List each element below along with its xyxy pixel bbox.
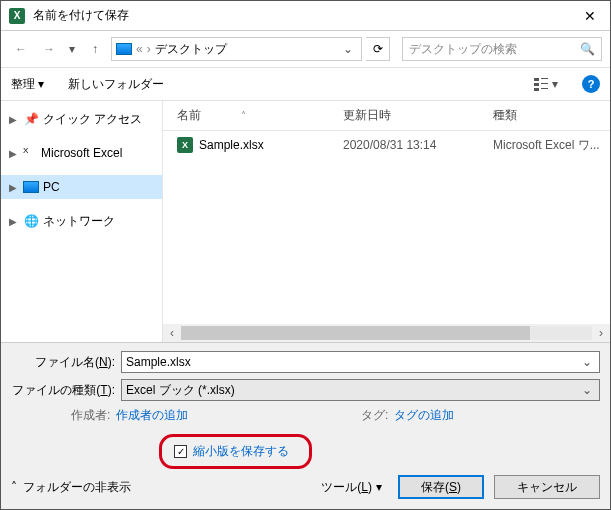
search-icon: 🔍: [580, 42, 595, 56]
refresh-button[interactable]: ⟳: [366, 37, 390, 61]
save-button[interactable]: 保存(S): [398, 475, 484, 499]
svg-rect-4: [541, 83, 548, 84]
thumbnail-checkbox[interactable]: ✓: [174, 445, 187, 458]
filename-input[interactable]: Sample.xlsx ⌄: [121, 351, 600, 373]
svg-rect-2: [534, 88, 539, 91]
column-date[interactable]: 更新日時: [343, 107, 493, 124]
expand-icon[interactable]: ▶: [7, 114, 19, 125]
sidebar-item-quick-access[interactable]: ▶ 📌 クイック アクセス: [1, 107, 162, 131]
file-date: 2020/08/31 13:14: [343, 138, 493, 152]
cancel-button[interactable]: キャンセル: [494, 475, 600, 499]
view-options-button[interactable]: ▾: [533, 77, 558, 91]
hide-folders-button[interactable]: ˄ フォルダーの非表示: [11, 479, 131, 496]
excel-icon: X: [23, 146, 37, 160]
thumbnail-label[interactable]: 縮小版を保存する: [193, 443, 289, 460]
filetype-select[interactable]: Excel ブック (*.xlsx) ⌄: [121, 379, 600, 401]
dialog-title: 名前を付けて保存: [33, 7, 570, 24]
close-button[interactable]: ✕: [570, 1, 610, 31]
filename-label: ファイル名(N):: [11, 354, 121, 371]
titlebar: X 名前を付けて保存 ✕: [1, 1, 610, 31]
search-placeholder: デスクトップの検索: [409, 41, 580, 58]
quick-access-icon: 📌: [23, 111, 39, 127]
navbar: ← → ▾ ↑ « › デスクトップ ⌄ ⟳ デスクトップの検索 🔍: [1, 31, 610, 67]
nav-back-button[interactable]: ←: [9, 37, 33, 61]
breadcrumb-location[interactable]: デスクトップ: [155, 41, 227, 58]
pc-icon: [23, 181, 39, 193]
expand-icon[interactable]: ▶: [7, 216, 19, 227]
filetype-dropdown-icon[interactable]: ⌄: [579, 383, 595, 397]
xlsx-file-icon: X: [177, 137, 193, 153]
scroll-right-icon[interactable]: ›: [592, 326, 610, 340]
excel-app-icon: X: [9, 8, 25, 24]
file-name: Sample.xlsx: [199, 138, 264, 152]
thumbnail-highlight: ✓ 縮小版を保存する: [159, 434, 312, 469]
file-row[interactable]: XSample.xlsx 2020/08/31 13:14 Microsoft …: [163, 131, 610, 159]
nav-recent-dropdown[interactable]: ▾: [65, 37, 79, 61]
author-value[interactable]: 作成者の追加: [116, 407, 188, 424]
network-icon: 🌐: [23, 213, 39, 229]
breadcrumb-sep: «: [136, 42, 143, 56]
pc-icon: [116, 43, 132, 55]
svg-rect-3: [541, 78, 548, 79]
scroll-track[interactable]: [181, 326, 592, 340]
tag-label: タグ:: [361, 407, 388, 424]
tag-value[interactable]: タグの追加: [394, 407, 454, 424]
dropdown-icon: ▾: [376, 480, 382, 494]
file-list-area: 名前˄ 更新日時 種類 XSample.xlsx 2020/08/31 13:1…: [163, 101, 610, 342]
sidebar-item-network[interactable]: ▶ 🌐 ネットワーク: [1, 209, 162, 233]
column-type[interactable]: 種類: [493, 107, 610, 124]
view-icon: [533, 77, 549, 91]
address-dropdown-icon[interactable]: ⌄: [339, 42, 357, 56]
svg-rect-5: [541, 88, 548, 89]
column-name[interactable]: 名前˄: [163, 107, 343, 124]
chevron-up-icon: ˄: [11, 480, 17, 494]
svg-rect-0: [534, 78, 539, 81]
address-bar[interactable]: « › デスクトップ ⌄: [111, 37, 362, 61]
column-headers: 名前˄ 更新日時 種類: [163, 101, 610, 131]
new-folder-button[interactable]: 新しいフォルダー: [68, 76, 164, 93]
author-label: 作成者:: [71, 407, 110, 424]
svg-rect-1: [534, 83, 539, 86]
search-input[interactable]: デスクトップの検索 🔍: [402, 37, 602, 61]
toolbar: 整理 ▾ 新しいフォルダー ▾ ?: [1, 67, 610, 101]
organize-button[interactable]: 整理 ▾: [11, 76, 44, 93]
help-button[interactable]: ?: [582, 75, 600, 93]
scroll-thumb[interactable]: [181, 326, 530, 340]
nav-up-button[interactable]: ↑: [83, 37, 107, 61]
bottom-panel: ファイル名(N): Sample.xlsx ⌄ ファイルの種類(T): Exce…: [1, 342, 610, 509]
expand-icon[interactable]: ▶: [7, 148, 19, 159]
breadcrumb-arrow-icon: ›: [147, 42, 151, 56]
expand-icon[interactable]: ▶: [7, 182, 19, 193]
filetype-label: ファイルの種類(T):: [11, 382, 121, 399]
filename-dropdown-icon[interactable]: ⌄: [579, 355, 595, 369]
file-type: Microsoft Excel ワ...: [493, 137, 610, 154]
tools-button[interactable]: ツール(L) ▾: [315, 476, 388, 499]
sidebar: ▶ 📌 クイック アクセス ▶ X Microsoft Excel ▶ PC ▶…: [1, 101, 163, 342]
scroll-left-icon[interactable]: ‹: [163, 326, 181, 340]
horizontal-scrollbar[interactable]: ‹ ›: [163, 324, 610, 342]
sidebar-item-pc[interactable]: ▶ PC: [1, 175, 162, 199]
nav-forward-button[interactable]: →: [37, 37, 61, 61]
sort-indicator-icon: ˄: [241, 110, 246, 121]
sidebar-item-excel[interactable]: ▶ X Microsoft Excel: [1, 141, 162, 165]
